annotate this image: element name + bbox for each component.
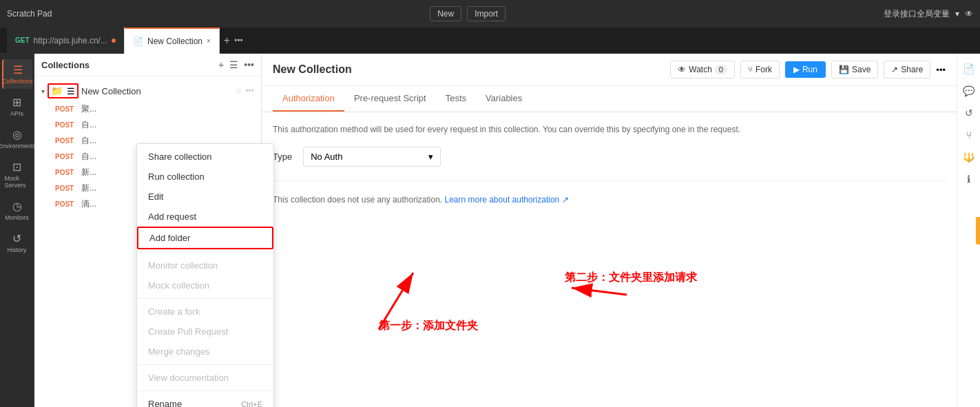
request-item[interactable]: POST 自... [34,117,261,133]
fork-button[interactable]: ⑂ Fork [740,61,780,79]
post-badge: POST [55,169,77,176]
menu-divider2 [137,298,273,299]
right-icon-comments[interactable]: 💬 [959,81,979,101]
watch-button[interactable]: 👁 Watch 0 [670,61,735,79]
request-name: 自... [81,151,96,163]
import-button[interactable]: Import [467,6,505,21]
auth-footer: This collection does not use any authori… [273,195,946,205]
request-item[interactable]: POST 聚... [34,101,261,117]
menu-add-folder[interactable]: Add folder [137,227,273,249]
sidebar-item-environments[interactable]: ◎ Environments [2,124,32,154]
create-fork-label: Create a fork [148,306,200,317]
save-label: Save [852,65,870,74]
apis-icon: ⊞ [11,96,23,108]
collections-label: Collections [2,78,32,85]
share-label: Share [901,65,923,74]
panel-title: Collections [41,60,90,70]
top-bar: Scratch Pad New Import 登录接口全局变量 ▾ 👁 [0,0,980,28]
type-select[interactable]: No Auth ▾ [303,147,441,167]
main-content: New Collection 👁 Watch 0 ⑂ Fork ▶ Run 💾 [262,54,957,407]
sidebar-item-mock-servers[interactable]: ⊡ Mock Servers [2,156,32,193]
global-var-label: 登录接口全局变量 [884,8,950,20]
tab-authorization[interactable]: Authorization [273,86,344,112]
type-label: Type [273,152,292,162]
menu-create-pull-request[interactable]: Create Pull Request [137,322,273,342]
request-name: 自... [81,119,96,131]
get-url-label: http://apis.juhe.cn/... [34,36,107,45]
sidebar-item-monitors[interactable]: ◷ Monitors [2,196,32,225]
collection-header[interactable]: ▾ 📁 ☰ New Collection ☆ ••• [34,81,261,101]
environments-label: Environments [0,143,36,149]
request-name: 自... [81,135,96,147]
menu-divider3 [137,364,273,365]
run-icon: ▶ [793,65,800,74]
tests-tab-label: Tests [446,93,466,103]
top-right-area: 登录接口全局变量 ▾ 👁 [884,8,973,20]
content-more-button[interactable]: ••• [936,65,946,75]
panel-more-button[interactable]: ••• [244,59,254,70]
sort-button[interactable]: ☰ [229,59,238,70]
new-tab-button[interactable]: + [224,34,230,47]
new-button[interactable]: New [430,6,461,21]
menu-edit[interactable]: Edit [137,187,273,207]
post-badge: POST [55,137,77,145]
rename-label: Rename [148,399,182,407]
post-badge: POST [55,200,77,208]
authorization-tab-label: Authorization [282,93,335,103]
collection-name: New Collection [81,86,141,96]
right-icon-history[interactable]: ↺ [959,103,979,123]
fork-icon: ⑂ [748,65,753,74]
monitors-label: Monitors [5,214,29,221]
new-collection-tab[interactable]: 📄 New Collection × [125,28,220,54]
history-label: History [7,247,26,253]
orange-bar [976,217,980,244]
eye-icon: 👁 [965,9,973,19]
content-title: New Collection [273,63,352,76]
menu-merge-changes[interactable]: Merge changes [137,342,273,362]
sidebar-item-apis[interactable]: ⊞ APIs [2,92,32,121]
add-collection-button[interactable]: + [218,59,224,70]
chevron-down-icon[interactable]: ▾ [955,9,959,19]
sidebar-item-collections[interactable]: ☰ Collections [2,59,32,89]
collections-icon: ☰ [12,63,24,76]
collection-icon2: ☰ [67,86,75,96]
menu-share-collection[interactable]: Share collection [137,147,273,167]
menu-rename[interactable]: Rename Ctrl+E [137,394,273,407]
panel-header: Collections + ☰ ••• [34,54,261,76]
menu-create-fork[interactable]: Create a fork [137,302,273,322]
menu-monitor-collection[interactable]: Monitor collection [137,255,273,275]
type-value: No Auth [311,152,342,162]
star-button[interactable]: ☆ [235,86,242,96]
right-icon-fork[interactable]: 🔱 [959,147,979,167]
right-icon-docs[interactable]: 📄 [959,59,979,79]
menu-run-collection[interactable]: Run collection [137,167,273,187]
menu-divider [137,252,273,253]
tab-bar: GET http://apis.juhe.cn/... 📄 New Collec… [0,28,980,54]
tab-variables[interactable]: Variables [476,86,532,112]
sidebar-item-history[interactable]: ↺ History [2,228,32,258]
watch-count: 0 [715,65,727,74]
tab-tests[interactable]: Tests [436,86,476,112]
close-tab-button[interactable]: × [207,37,211,45]
tab-pre-request-script[interactable]: Pre-request Script [344,86,436,112]
right-icon-info[interactable]: ℹ [959,169,979,189]
collection-more-button[interactable]: ••• [245,86,254,96]
auth-link[interactable]: Learn more about authorization ↗ [445,195,569,205]
run-button[interactable]: ▶ Run [785,61,826,78]
history-icon: ↺ [11,232,23,244]
right-icon-branches[interactable]: ⑂ [959,125,979,145]
rename-shortcut: Ctrl+E [241,400,262,408]
content-tabs: Authorization Pre-request Script Tests V… [262,86,957,112]
get-tab[interactable]: GET http://apis.juhe.cn/... [7,28,125,54]
menu-add-request[interactable]: Add request [137,207,273,227]
monitors-icon: ◷ [11,200,23,212]
monitor-collection-label: Monitor collection [148,260,218,271]
type-row: Type No Auth ▾ [273,147,946,167]
share-button[interactable]: ↗ Share [884,61,930,79]
menu-mock-collection[interactable]: Mock collection [137,275,273,295]
save-button[interactable]: 💾 Save [831,61,878,79]
menu-view-documentation[interactable]: View documentation [137,368,273,388]
get-method-label: GET [15,36,30,44]
save-icon: 💾 [839,65,849,74]
tab-more-button[interactable]: ••• [234,36,243,45]
